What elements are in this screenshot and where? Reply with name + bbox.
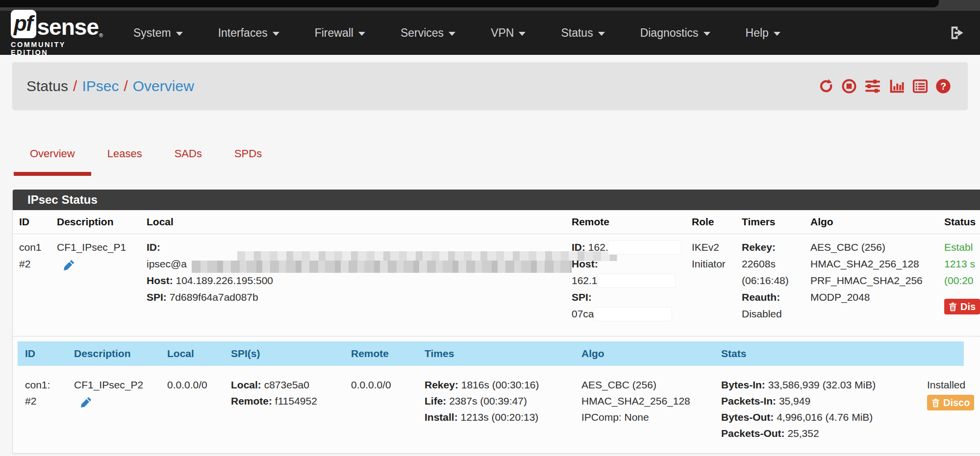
col-id: ID bbox=[18, 341, 67, 366]
logo-subtitle: COMMUNITY EDITION bbox=[11, 41, 104, 56]
child-description-cell: CF1_IPsec_P2 bbox=[67, 377, 160, 441]
nav-item-firewall[interactable]: Firewall bbox=[297, 20, 383, 47]
col-remote: Remote bbox=[565, 210, 685, 234]
stop-icon[interactable] bbox=[841, 78, 857, 94]
breadcrumb-link-ipsec[interactable]: IPsec bbox=[82, 78, 119, 94]
redaction-box bbox=[594, 308, 672, 321]
col-description: Description bbox=[50, 210, 140, 234]
ike-algo-cell: AES_CBC (256) HMAC_SHA2_256_128 PRF_HMAC… bbox=[804, 239, 938, 322]
ike-table-header: ID Description Local Remote Role Timers … bbox=[13, 210, 980, 234]
child-algo-cell: AES_CBC (256) HMAC_SHA2_256_128 IPComp: … bbox=[574, 377, 714, 441]
chevron-down-icon bbox=[519, 32, 526, 36]
col-remote: Remote bbox=[344, 341, 417, 366]
header-action-icons: ? bbox=[818, 78, 951, 94]
col-local: Local bbox=[140, 210, 565, 234]
ipsec-status-panel: IPsec Status ID Description Local Remote… bbox=[12, 190, 980, 454]
child-stats-cell: Bytes-In: 33,586,939 (32.03 MiB)Packets-… bbox=[714, 377, 920, 441]
logo-sense-text: sense bbox=[37, 16, 99, 38]
breadcrumb-section: Status bbox=[26, 78, 68, 94]
ike-status-cell: Establ 1213 s (00:20 Dis bbox=[938, 239, 980, 322]
main-navbar: pf sense ® COMMUNITY EDITION System Inte… bbox=[0, 11, 980, 55]
list-icon[interactable] bbox=[912, 78, 928, 94]
page-header-bar: Status/IPsec/Overview bbox=[12, 62, 968, 110]
status-installed: Installed bbox=[927, 377, 961, 393]
ike-remote-cell: ID: 162. Host: 162.1 SPI: 07ca bbox=[565, 239, 685, 322]
col-algo: Algo bbox=[804, 210, 938, 234]
chevron-down-icon bbox=[358, 32, 365, 36]
child-table-row: con1: #2 CF1_IPsec_P2 0.0.0.0/0 Local: c… bbox=[18, 366, 964, 453]
child-times-cell: Rekey: 1816s (00:30:16) Life: 2387s (00:… bbox=[417, 377, 574, 441]
chevron-down-icon bbox=[774, 32, 780, 36]
tab-overview[interactable]: Overview bbox=[14, 139, 91, 176]
nav-menu: System Interfaces Firewall Services VPN … bbox=[116, 20, 798, 47]
ike-id-cell: con1 #2 bbox=[13, 239, 50, 322]
ike-local-cell: ID: ipsec@a Host: 104.189.226.195:500 SP… bbox=[140, 239, 565, 322]
col-id: ID bbox=[13, 210, 50, 234]
breadcrumb-separator: / bbox=[73, 78, 77, 94]
child-remote-cell: 0.0.0.0/0 bbox=[344, 377, 417, 441]
col-role: Role bbox=[685, 210, 735, 234]
col-status: Status bbox=[938, 210, 980, 234]
col-algo: Algo bbox=[574, 341, 714, 366]
child-id-cell: con1: #2 bbox=[18, 377, 67, 441]
nav-item-interfaces[interactable]: Interfaces bbox=[201, 20, 297, 47]
nav-item-services[interactable]: Services bbox=[383, 20, 473, 47]
panel-title: IPsec Status bbox=[13, 190, 980, 210]
ipsec-tabs: Overview Leases SADs SPDs bbox=[14, 139, 278, 176]
logo-pf-mark: pf bbox=[11, 10, 36, 38]
browser-tab-piece bbox=[0, 0, 939, 7]
status-established: Establ bbox=[944, 239, 980, 256]
chevron-down-icon bbox=[704, 32, 710, 36]
col-timers: Timers bbox=[735, 210, 804, 234]
child-spis-cell: Local: c873e5a0 Remote: f1154952 bbox=[224, 377, 344, 441]
chevron-down-icon bbox=[273, 32, 279, 36]
breadcrumb: Status/IPsec/Overview bbox=[26, 78, 194, 95]
refresh-icon[interactable] bbox=[818, 78, 834, 94]
tab-spds[interactable]: SPDs bbox=[218, 139, 278, 176]
logo-registered-mark: ® bbox=[99, 32, 103, 38]
nav-item-help[interactable]: Help bbox=[728, 20, 798, 47]
col-times: Times bbox=[417, 341, 574, 366]
nav-item-status[interactable]: Status bbox=[543, 20, 622, 47]
bar-chart-icon[interactable] bbox=[888, 78, 905, 94]
ike-timers-cell: Rekey: 22608s (06:16:48) Reauth: Disable… bbox=[735, 239, 804, 322]
col-local: Local bbox=[160, 341, 224, 366]
child-local-cell: 0.0.0.0/0 bbox=[160, 377, 224, 441]
disconnect-button[interactable]: Disco bbox=[927, 395, 974, 410]
nav-item-vpn[interactable]: VPN bbox=[473, 20, 543, 47]
ike-description-cell: CF1_IPsec_P1 bbox=[50, 239, 140, 322]
chevron-down-icon bbox=[449, 32, 455, 36]
breadcrumb-link-overview[interactable]: Overview bbox=[133, 78, 194, 94]
trash-icon bbox=[931, 398, 940, 408]
edit-pencil-icon[interactable] bbox=[63, 259, 75, 271]
sliders-icon[interactable] bbox=[864, 78, 881, 94]
tab-sads[interactable]: SADs bbox=[158, 139, 218, 176]
svg-text:?: ? bbox=[940, 81, 946, 92]
browser-chrome-strip bbox=[0, 0, 980, 11]
child-sa-table: ID Description Local SPI(s) Remote Times… bbox=[18, 341, 964, 453]
trash-icon bbox=[949, 302, 957, 312]
redaction-pixelated bbox=[192, 261, 572, 273]
chevron-down-icon bbox=[176, 32, 183, 36]
tab-leases[interactable]: Leases bbox=[91, 139, 158, 176]
nav-item-diagnostics[interactable]: Diagnostics bbox=[623, 20, 728, 47]
child-table-header: ID Description Local SPI(s) Remote Times… bbox=[18, 341, 964, 366]
col-spis: SPI(s) bbox=[224, 341, 344, 366]
edit-pencil-icon[interactable] bbox=[80, 396, 93, 408]
redaction-box bbox=[608, 241, 681, 254]
col-stats: Stats bbox=[714, 341, 920, 366]
ike-role-cell: IKEv2 Initiator bbox=[685, 239, 735, 322]
child-status-cell: Installed Disco bbox=[920, 377, 964, 441]
nav-item-system[interactable]: System bbox=[116, 20, 201, 47]
disconnect-button[interactable]: Dis bbox=[944, 299, 980, 314]
redaction-box bbox=[598, 274, 675, 288]
pfsense-logo[interactable]: pf sense ® COMMUNITY EDITION bbox=[11, 10, 104, 56]
col-description: Description bbox=[67, 341, 160, 366]
chevron-down-icon bbox=[598, 32, 605, 36]
redaction-pixelated bbox=[237, 251, 617, 261]
breadcrumb-separator: / bbox=[124, 78, 127, 94]
logout-icon[interactable] bbox=[949, 24, 965, 41]
ike-table-row: con1 #2 CF1_IPsec_P1 ID: ipsec@a Host: 1… bbox=[13, 234, 980, 336]
help-icon[interactable]: ? bbox=[935, 78, 951, 94]
